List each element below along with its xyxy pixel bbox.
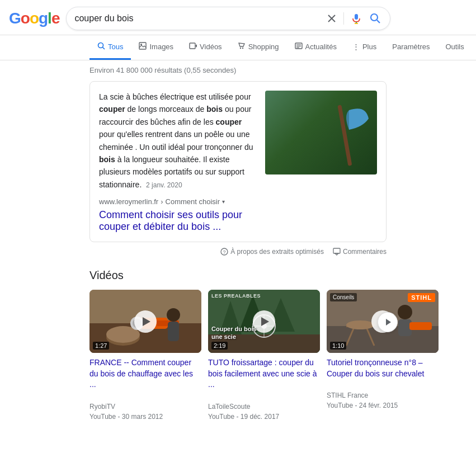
search-icons xyxy=(326,12,382,25)
source-line: www.leroymerlin.fr › Comment choisir ▾ xyxy=(99,197,256,206)
svg-rect-52 xyxy=(409,322,432,330)
video-badge-3: Conseils xyxy=(330,293,357,301)
svg-point-11 xyxy=(140,44,142,45)
svg-point-50 xyxy=(398,305,412,319)
search-icon xyxy=(370,13,381,24)
svg-rect-12 xyxy=(190,43,195,49)
tab-parametres-label: Paramètres xyxy=(392,43,430,51)
nav-tabs: Tous Images Vidéos Shoppin xyxy=(0,35,476,60)
snippet-image-bg xyxy=(265,91,377,174)
logo-letter-e: e xyxy=(51,10,60,27)
svg-line-9 xyxy=(103,48,105,50)
play-button-1[interactable] xyxy=(134,310,157,333)
tab-videos[interactable]: Vidéos xyxy=(181,35,230,60)
microphone-button[interactable] xyxy=(350,12,363,25)
logo-letter-o1: o xyxy=(21,10,30,27)
videos-row: 1:27 FRANCE -- Comment couper du bois de… xyxy=(89,290,387,422)
shopping-icon xyxy=(238,42,246,51)
source-domain: www.leroymerlin.fr xyxy=(99,197,158,206)
video-platform-2: YouTube xyxy=(208,413,234,421)
svg-text:?: ? xyxy=(223,249,226,255)
tab-shopping-label: Shopping xyxy=(248,43,279,51)
logo-letter-o2: o xyxy=(30,10,39,27)
play-triangle-icon xyxy=(143,317,150,326)
video-platform-1: YouTube xyxy=(89,413,116,421)
snippet-date: 2 janv. 2020 xyxy=(146,181,182,189)
tab-tous[interactable]: Tous xyxy=(89,35,131,60)
clear-button[interactable] xyxy=(326,12,338,25)
tab-outils[interactable]: Outils xyxy=(437,36,472,59)
svg-point-33 xyxy=(167,308,180,322)
video-card-2: LES PREALABLES Couper du bois une scie 2… xyxy=(208,290,320,422)
google-logo[interactable]: Google xyxy=(9,10,59,27)
search-input[interactable] xyxy=(74,13,326,23)
video-overlay-text-2: Couper du bois une scie xyxy=(211,325,257,341)
tab-plus[interactable]: ⋮ Plus xyxy=(345,36,384,59)
tab-actualites[interactable]: Actualités xyxy=(287,35,345,60)
svg-line-7 xyxy=(377,20,380,23)
main-content: Environ 41 800 000 résultats (0,55 secon… xyxy=(0,60,476,422)
tab-images[interactable]: Images xyxy=(131,35,181,60)
svg-rect-3 xyxy=(355,14,358,20)
search-button[interactable] xyxy=(369,12,382,25)
video-duration-1: 1:27 xyxy=(93,342,109,350)
comments-label: Commentaires xyxy=(343,248,387,256)
snippet-actions: ? À propos des extraits optimisés Commen… xyxy=(89,248,387,256)
stihl-badge: STIHL xyxy=(408,293,435,302)
tab-parametres[interactable]: Paramètres xyxy=(384,36,437,59)
snippet-image xyxy=(265,91,377,174)
images-icon xyxy=(139,42,147,51)
prealables-tag: LES PREALABLES xyxy=(211,293,261,299)
video-sep-2: - xyxy=(237,413,241,421)
tab-outils-label: Outils xyxy=(445,43,464,51)
videos-section: Vidéos xyxy=(89,269,387,422)
video-sep-1: - xyxy=(118,413,122,421)
video-platform-3: YouTube xyxy=(327,402,353,409)
video-title-1[interactable]: FRANCE -- Comment couper du bois de chau… xyxy=(89,357,201,390)
source-breadcrumb: Comment choisir xyxy=(166,197,220,206)
svg-point-8 xyxy=(98,43,103,48)
comment-icon xyxy=(333,248,341,256)
video-title-2[interactable]: TUTO froissartage : couper du bois facil… xyxy=(208,357,320,390)
logo-letter-l: l xyxy=(48,10,51,27)
overlay-line1: Couper du bois xyxy=(211,325,257,333)
video-date-1: 30 mars 2012 xyxy=(122,413,163,421)
tab-images-label: Images xyxy=(149,43,173,51)
svg-rect-2 xyxy=(343,12,344,25)
video-thumb-1[interactable]: 1:27 xyxy=(89,290,201,353)
source-arrow: › xyxy=(161,197,163,206)
video-sep-3: - xyxy=(355,402,359,409)
svg-point-15 xyxy=(242,48,243,49)
tab-tous-label: Tous xyxy=(108,43,123,51)
snippet-link[interactable]: Comment choisir ses outils pour couper e… xyxy=(99,209,256,233)
video-source-2: LaToileScoute YouTube - 19 déc. 2017 xyxy=(208,402,320,422)
about-snippets[interactable]: ? À propos des extraits optimisés xyxy=(220,248,324,256)
video-duration-2: 2:19 xyxy=(211,342,228,350)
dropdown-arrow-icon[interactable]: ▾ xyxy=(222,199,225,205)
snippet-text: La scie à bûches électrique est utilisée… xyxy=(99,91,256,191)
divider-icon xyxy=(343,12,344,25)
tab-plus-label: Plus xyxy=(362,43,376,51)
comments-action[interactable]: Commentaires xyxy=(333,248,387,256)
video-card-1: 1:27 FRANCE -- Comment couper du bois de… xyxy=(89,290,201,422)
video-channel-3: STIHL France xyxy=(327,391,368,399)
video-duration-3: 1:10 xyxy=(330,342,346,350)
actualites-icon xyxy=(295,42,303,51)
svg-rect-23 xyxy=(333,248,340,253)
next-videos-button[interactable] xyxy=(378,312,398,332)
results-count: Environ 41 800 000 résultats (0,55 secon… xyxy=(89,60,387,81)
video-source-3: STIHL France YouTube - 24 févr. 2015 xyxy=(327,390,439,411)
tab-shopping[interactable]: Shopping xyxy=(230,35,287,60)
logo-letter-g: G xyxy=(9,10,21,27)
video-title-3[interactable]: Tutoriel tronçonneuse n°8 – Couper du bo… xyxy=(327,357,439,379)
videos-icon xyxy=(189,42,197,51)
svg-point-14 xyxy=(239,48,241,49)
svg-point-49 xyxy=(346,320,374,329)
video-channel-2: LaToileScoute xyxy=(208,403,250,411)
logo-letter-g2: g xyxy=(39,10,48,27)
video-thumb-2[interactable]: LES PREALABLES Couper du bois une scie 2… xyxy=(208,290,320,353)
svg-point-6 xyxy=(371,14,378,21)
overlay-line2: une scie xyxy=(211,333,257,341)
tab-actualites-label: Actualités xyxy=(305,43,337,51)
close-icon xyxy=(327,13,337,23)
